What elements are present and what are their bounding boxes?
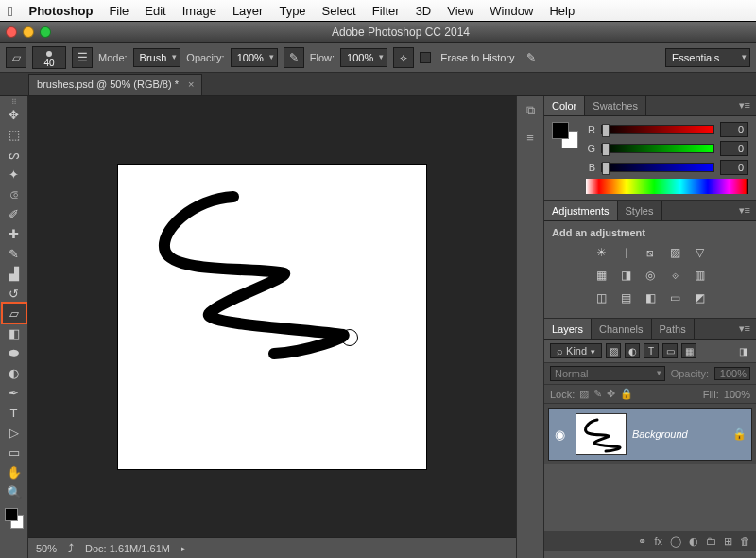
menubar-help[interactable]: Help (549, 4, 575, 18)
hand-tool[interactable]: ✋ (3, 462, 26, 481)
airbrush-button[interactable]: ⟡ (393, 47, 414, 68)
document-canvas[interactable] (118, 165, 426, 469)
gradient-tool[interactable]: ◧ (3, 323, 26, 342)
minimize-window-button[interactable] (23, 26, 34, 38)
apple-menu[interactable]:  (8, 3, 12, 19)
swatches-tab[interactable]: Swatches (585, 96, 646, 115)
hue-icon[interactable]: ▦ (593, 267, 610, 284)
filter-adjust-icon[interactable]: ◐ (625, 343, 640, 358)
menubar-file[interactable]: File (109, 4, 129, 18)
menubar-image[interactable]: Image (182, 4, 216, 18)
channel-mixer-icon[interactable]: ⟐ (666, 267, 683, 284)
layer-filter-kind[interactable]: ⌕ Kind (550, 343, 602, 358)
properties-panel-icon[interactable]: ≡ (521, 128, 540, 147)
channels-tab[interactable]: Channels (592, 319, 651, 339)
lock-transparent-icon[interactable]: ▨ (579, 388, 589, 400)
brush-tool[interactable]: ✎ (3, 244, 26, 263)
close-tab-button[interactable]: × (188, 78, 194, 90)
stamp-tool[interactable]: ▟ (3, 264, 26, 283)
menubar-window[interactable]: Window (490, 4, 533, 18)
panel-color-swatch[interactable] (552, 122, 578, 148)
invert-icon[interactable]: ◫ (593, 289, 610, 306)
layers-panel-menu[interactable]: ▾≡ (733, 319, 756, 339)
status-chevron-icon[interactable]: ▸ (181, 544, 186, 553)
b-value[interactable]: 0 (720, 160, 748, 175)
flow-select[interactable]: 100% (340, 48, 387, 67)
brush-preset-picker[interactable]: 40 (32, 46, 66, 69)
crop-tool[interactable]: ⟃ (3, 184, 26, 203)
layer-mask-icon[interactable]: ◯ (670, 535, 681, 548)
layer-fx-icon[interactable]: fx (654, 535, 662, 547)
adjustments-tab[interactable]: Adjustments (544, 201, 618, 220)
bw-icon[interactable]: ◨ (617, 267, 634, 284)
layer-visibility-icon[interactable]: ◉ (549, 427, 570, 442)
canvas-stage[interactable] (28, 96, 516, 537)
path-tool[interactable]: ▷ (3, 423, 26, 442)
window-titlebar[interactable]: Adobe Photoshop CC 2014 (0, 22, 756, 43)
r-slider[interactable] (601, 125, 714, 134)
blur-tool[interactable]: ⬬ (3, 343, 26, 362)
filter-pixel-icon[interactable]: ▨ (606, 343, 621, 358)
menubar-filter[interactable]: Filter (372, 4, 400, 18)
selective-color-icon[interactable]: ◩ (691, 289, 708, 306)
move-tool[interactable]: ✥ (3, 105, 26, 124)
layer-name[interactable]: Background (632, 428, 732, 440)
eyedropper-tool[interactable]: ✐ (3, 204, 26, 223)
new-fill-icon[interactable]: ◐ (689, 535, 698, 548)
photo-filter-icon[interactable]: ◎ (642, 267, 659, 284)
color-tab[interactable]: Color (544, 96, 585, 115)
spectrum-ramp[interactable] (586, 179, 748, 194)
vibrance-icon[interactable]: ▽ (691, 244, 708, 261)
new-group-icon[interactable]: 🗀 (706, 535, 716, 547)
lock-position-icon[interactable]: ✥ (607, 388, 615, 400)
r-value[interactable]: 0 (720, 122, 748, 137)
g-slider[interactable] (601, 144, 714, 153)
exposure-icon[interactable]: ▨ (666, 244, 683, 261)
curves-icon[interactable]: ⧅ (642, 244, 659, 261)
panel-fg-swatch[interactable] (552, 122, 569, 139)
adjustments-panel-menu[interactable]: ▾≡ (733, 201, 756, 220)
tablet-pressure-icon[interactable]: ✎ (521, 47, 541, 68)
colorlookup-icon[interactable]: ▥ (691, 267, 708, 284)
opacity-select[interactable]: 100% (231, 48, 278, 67)
posterize-icon[interactable]: ▤ (617, 289, 634, 306)
tool-preset-button[interactable]: ▱ (6, 47, 26, 68)
gradient-map-icon[interactable]: ▭ (666, 289, 683, 306)
layer-lock-icon[interactable]: 🔒 (732, 427, 751, 441)
status-doc-size[interactable]: Doc: 1.61M/1.61M (85, 543, 170, 554)
menubar-edit[interactable]: Edit (145, 4, 165, 18)
layer-thumbnail[interactable] (576, 413, 627, 455)
healing-tool[interactable]: ✚ (3, 224, 26, 243)
status-zoom[interactable]: 50% (36, 543, 57, 554)
layers-tab[interactable]: Layers (544, 319, 592, 339)
filter-smart-icon[interactable]: ▦ (681, 343, 696, 358)
filter-type-icon[interactable]: T (644, 343, 659, 358)
menubar-app[interactable]: Photoshop (28, 4, 93, 18)
shape-tool[interactable]: ▭ (3, 443, 26, 462)
b-slider[interactable] (601, 163, 714, 172)
filter-toggle[interactable]: ◨ (735, 343, 750, 358)
history-panel-icon[interactable]: ⧉ (521, 101, 540, 120)
menubar-select[interactable]: Select (322, 4, 356, 18)
menubar-layer[interactable]: Layer (232, 4, 264, 18)
layer-opacity-value[interactable]: 100% (714, 367, 750, 380)
link-layers-icon[interactable]: ⚭ (638, 535, 646, 548)
brush-settings-button[interactable]: ☰ (72, 47, 93, 68)
paths-tab[interactable]: Paths (652, 319, 695, 339)
status-share-icon[interactable]: ⤴ (68, 542, 74, 555)
delete-layer-icon[interactable]: 🗑 (740, 535, 750, 547)
eraser-tool[interactable]: ▱ (3, 304, 26, 323)
marquee-tool[interactable]: ⬚ (3, 125, 26, 144)
foreground-background-color[interactable] (3, 506, 26, 531)
zoom-window-button[interactable] (40, 26, 51, 38)
brightness-icon[interactable]: ☀ (593, 244, 610, 261)
workspace-select[interactable]: Essentials (665, 48, 750, 67)
layer-fill-value[interactable]: 100% (724, 389, 750, 400)
levels-icon[interactable]: ⟊ (617, 244, 634, 261)
lasso-tool[interactable]: ᔕ (3, 145, 26, 164)
wand-tool[interactable]: ✦ (3, 165, 26, 183)
document-tab[interactable]: brushes.psd @ 50% (RGB/8) * × (28, 74, 202, 95)
pen-tool[interactable]: ✒ (3, 383, 26, 402)
menubar-type[interactable]: Type (279, 4, 305, 18)
lock-image-icon[interactable]: ✎ (593, 388, 602, 400)
